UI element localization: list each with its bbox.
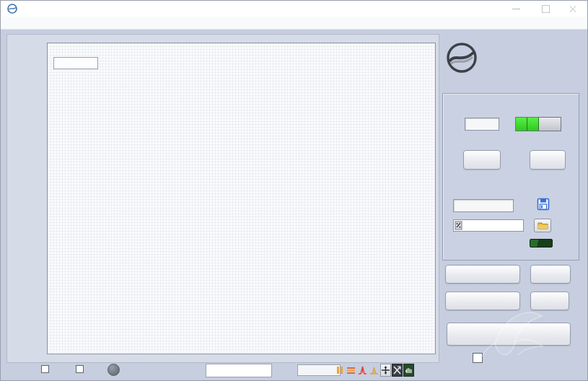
save-icon[interactable] [537,198,550,211]
maximize-icon[interactable] [535,3,556,14]
channel-selection-button[interactable] [445,265,520,284]
minimize-icon[interactable] [506,3,527,14]
x-axis-unit-label [206,364,272,377]
menu-bar [1,17,587,30]
plot-panel [6,34,439,363]
app-icon [7,4,17,14]
save-path-field[interactable] [453,219,524,232]
toggle-off-segment [539,118,561,131]
pan-hand-icon[interactable] [403,364,414,377]
horizontal-lines-icon[interactable] [346,364,356,377]
browse-folder-button[interactable] [534,219,551,232]
save-path-input[interactable] [462,222,522,229]
auto-button[interactable] [530,150,566,170]
zoom-arrows-icon[interactable] [392,364,403,377]
spatial-resolution-value [53,57,98,69]
auto-saving-led [530,239,553,248]
saving-counter-input[interactable] [453,199,514,212]
close-icon[interactable] [562,3,584,14]
graph-palette [334,364,414,377]
setup-button[interactable] [530,265,571,284]
high-normal-toggle[interactable] [515,117,561,131]
path-type-icon [455,221,462,230]
vertical-bars-icon[interactable] [334,364,345,377]
title-bar [1,1,587,17]
indicator-round-button[interactable] [107,364,120,376]
decimation-input[interactable] [465,118,499,131]
plot-b-checkbox[interactable] [76,365,86,373]
red-peak-icon[interactable] [357,364,368,377]
plot-area[interactable] [47,43,436,354]
watermark-bird-icon [473,300,567,369]
plot-a-checkbox[interactable] [41,365,51,373]
redo-button[interactable] [463,150,501,170]
app-window [0,0,588,381]
folder-icon [537,222,548,229]
control-group-panel [442,93,579,260]
signal-plot [48,43,435,354]
orange-peak-icon[interactable] [369,364,379,377]
toggle-on-segment [516,118,539,131]
crosshair-icon[interactable] [380,364,391,377]
brand-logo-icon [445,41,478,74]
